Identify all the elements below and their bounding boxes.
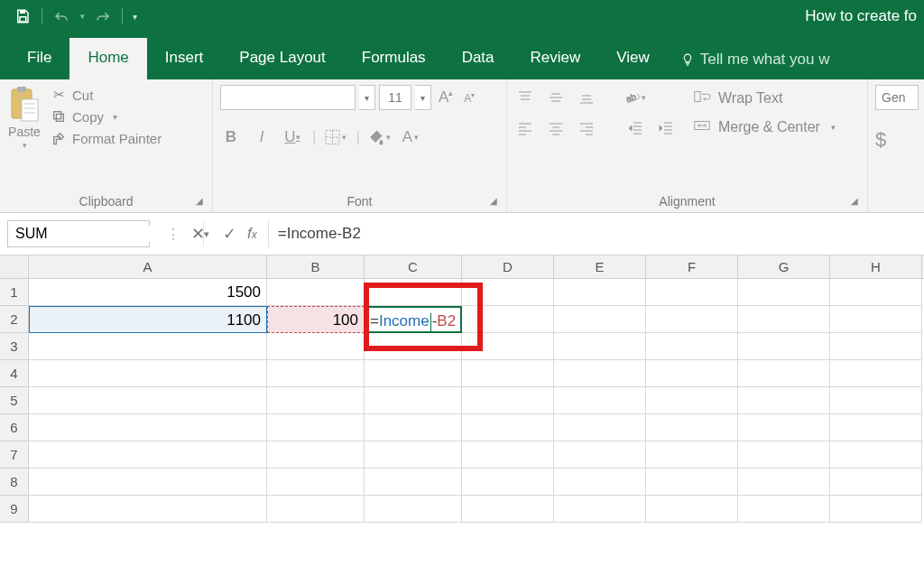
merge-center-button[interactable]: Merge & Center ▾ [693, 117, 836, 137]
tell-me-search[interactable]: Tell me what you w [668, 40, 843, 79]
fx-icon[interactable]: fx [247, 225, 268, 243]
font-name-combo[interactable] [220, 85, 356, 110]
cell-E9[interactable] [554, 496, 646, 523]
cell-A8[interactable] [29, 469, 267, 496]
cell-B9[interactable] [267, 496, 365, 523]
alignment-dialog-launcher[interactable]: ◢ [849, 196, 860, 207]
name-box[interactable]: ▾ [7, 220, 150, 247]
align-top-button[interactable] [514, 87, 536, 108]
font-size-dropdown[interactable]: ▾ [415, 85, 431, 110]
align-bottom-button[interactable] [576, 87, 597, 108]
formula-bar-grip[interactable]: ⋮ [157, 226, 191, 243]
cell-C3[interactable] [365, 333, 462, 360]
cell-B7[interactable] [267, 441, 365, 469]
col-header-F[interactable]: F [646, 255, 738, 278]
row-header-7[interactable]: 7 [0, 441, 29, 469]
cell-H3[interactable] [830, 333, 922, 360]
cell-D4[interactable] [462, 360, 554, 387]
format-painter-button[interactable]: Format Painter [51, 130, 162, 146]
cell-H1[interactable] [830, 279, 922, 306]
cell-B6[interactable] [267, 414, 365, 441]
cell-F9[interactable] [646, 496, 738, 523]
cell-G5[interactable] [738, 387, 830, 414]
cell-B2[interactable]: 100 [267, 306, 365, 333]
align-left-button[interactable] [514, 117, 536, 139]
cell-D7[interactable] [462, 441, 554, 469]
worksheet-grid[interactable]: A B C D E F G H 1 1500 2 1100 100 =Incom… [0, 255, 924, 523]
col-header-D[interactable]: D [462, 255, 554, 278]
save-button[interactable] [9, 4, 36, 29]
cell-B1[interactable] [267, 279, 365, 306]
col-header-A[interactable]: A [29, 255, 267, 278]
increase-indent-button[interactable] [655, 117, 677, 139]
underline-button[interactable]: U ▾ [282, 126, 303, 148]
tab-data[interactable]: Data [444, 38, 513, 79]
formula-bar-input[interactable]: =Income-B2 [268, 220, 924, 247]
select-all-corner[interactable] [0, 255, 29, 278]
row-header-1[interactable]: 1 [0, 279, 29, 306]
cell-F2[interactable] [646, 306, 738, 333]
fill-color-button[interactable]: ▾ [369, 126, 391, 148]
undo-dropdown[interactable]: ▾ [77, 4, 88, 29]
cell-D9[interactable] [462, 496, 554, 523]
cell-G2[interactable] [738, 306, 830, 333]
cell-H2[interactable] [830, 306, 922, 333]
cell-E5[interactable] [554, 387, 646, 414]
undo-button[interactable] [48, 4, 75, 29]
number-format-combo[interactable]: Gen [875, 85, 919, 110]
cell-F1[interactable] [646, 279, 738, 306]
col-header-H[interactable]: H [830, 255, 922, 278]
row-header-9[interactable]: 9 [0, 496, 29, 523]
orientation-button[interactable]: ab▾ [624, 87, 646, 108]
tab-page-layout[interactable]: Page Layout [221, 38, 343, 79]
row-header-2[interactable]: 2 [0, 306, 29, 333]
cell-D6[interactable] [462, 414, 554, 441]
cell-E1[interactable] [554, 279, 646, 306]
cell-B8[interactable] [267, 469, 365, 496]
font-dialog-launcher[interactable]: ◢ [488, 196, 499, 207]
cell-G8[interactable] [738, 469, 830, 496]
cell-C5[interactable] [365, 387, 462, 414]
cell-C7[interactable] [365, 441, 462, 469]
row-header-3[interactable]: 3 [0, 333, 29, 360]
col-header-E[interactable]: E [554, 255, 646, 278]
cell-G3[interactable] [738, 333, 830, 360]
cell-F7[interactable] [646, 441, 738, 469]
cell-C1[interactable] [365, 279, 462, 306]
increase-font-size-button[interactable]: A▴ [435, 88, 457, 107]
cell-D5[interactable] [462, 387, 554, 414]
cell-A2[interactable]: 1100 [29, 306, 267, 333]
align-center-button[interactable] [545, 117, 567, 139]
cell-B4[interactable] [267, 360, 365, 387]
cell-G9[interactable] [738, 496, 830, 523]
cell-D8[interactable] [462, 469, 554, 496]
cell-F6[interactable] [646, 414, 738, 441]
cell-C9[interactable] [365, 496, 462, 523]
cell-E2[interactable] [554, 306, 646, 333]
cell-A6[interactable] [29, 414, 267, 441]
cell-H6[interactable] [830, 414, 922, 441]
cell-B3[interactable] [267, 333, 365, 360]
row-header-4[interactable]: 4 [0, 360, 29, 387]
cell-H9[interactable] [830, 496, 922, 523]
font-color-button[interactable]: A ▾ [400, 126, 421, 148]
cell-G6[interactable] [738, 414, 830, 441]
cell-H8[interactable] [830, 469, 922, 496]
cell-E4[interactable] [554, 360, 646, 387]
redo-button[interactable] [89, 4, 116, 29]
row-header-8[interactable]: 8 [0, 469, 29, 496]
decrease-font-size-button[interactable]: A▾ [460, 91, 478, 105]
cell-D2[interactable] [462, 306, 554, 333]
row-header-5[interactable]: 5 [0, 387, 29, 414]
col-header-B[interactable]: B [267, 255, 365, 278]
paste-dropdown[interactable]: ▾ [23, 141, 27, 150]
align-right-button[interactable] [576, 117, 597, 139]
cell-F8[interactable] [646, 469, 738, 496]
cell-E7[interactable] [554, 441, 646, 469]
font-name-dropdown[interactable]: ▾ [359, 85, 375, 110]
cell-B5[interactable] [267, 387, 365, 414]
cell-H5[interactable] [830, 387, 922, 414]
cell-A1[interactable]: 1500 [29, 279, 267, 306]
cancel-formula-button[interactable]: ✕ [191, 224, 205, 244]
cell-A7[interactable] [29, 441, 267, 469]
